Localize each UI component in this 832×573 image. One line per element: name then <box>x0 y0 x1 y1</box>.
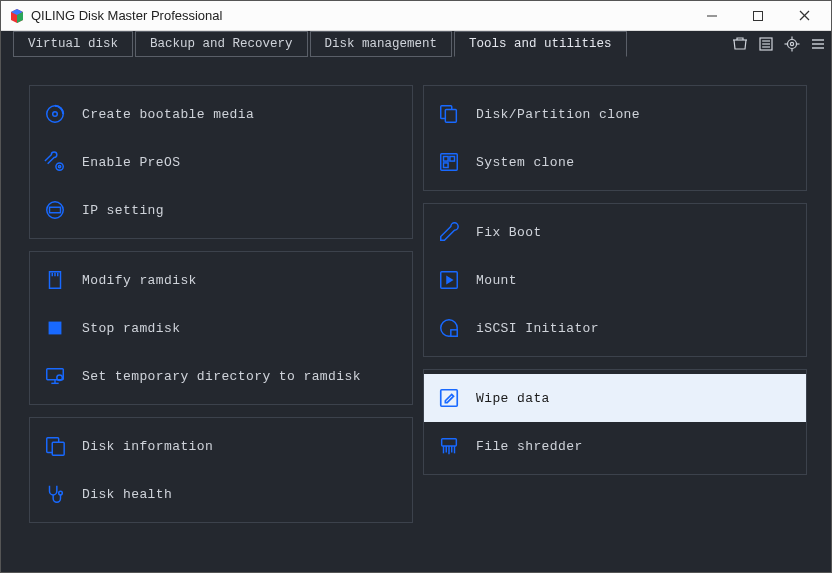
item-label: File shredder <box>476 439 583 454</box>
panel-boot-tools: Fix Boot Mount iSCSI Initiator <box>423 203 807 357</box>
item-label: Create bootable media <box>82 107 254 122</box>
item-label: Set temporary directory to ramdisk <box>82 369 361 384</box>
svg-point-12 <box>790 42 793 45</box>
svg-rect-29 <box>49 322 62 335</box>
list-icon[interactable] <box>753 31 779 57</box>
svg-rect-25 <box>50 207 61 213</box>
target-icon <box>436 315 462 341</box>
edit-icon <box>436 385 462 411</box>
panel-clone: Disk/Partition clone System clone <box>423 85 807 191</box>
tab-virtual-disk[interactable]: Virtual disk <box>13 31 133 57</box>
svg-rect-4 <box>754 11 763 20</box>
app-window: QILING Disk Master Professional Virtual … <box>0 0 832 573</box>
wrench-icon <box>436 219 462 245</box>
tabstrip: Virtual disk Backup and Recovery Disk ma… <box>1 31 831 57</box>
item-label: Fix Boot <box>476 225 542 240</box>
svg-rect-35 <box>52 442 64 455</box>
svg-point-21 <box>53 112 58 117</box>
panel-ramdisk: Modify ramdisk Stop ramdisk Set temporar… <box>29 251 413 405</box>
svg-point-36 <box>59 491 63 495</box>
stop-icon <box>42 315 68 341</box>
play-icon <box>436 267 462 293</box>
item-iscsi-initiator[interactable]: iSCSI Initiator <box>424 304 806 352</box>
item-label: Disk information <box>82 439 213 454</box>
tab-label: Disk management <box>325 37 438 51</box>
maximize-button[interactable] <box>735 1 781 31</box>
item-label: Stop ramdisk <box>82 321 180 336</box>
item-label: Disk/Partition clone <box>476 107 640 122</box>
panel-wipe: Wipe data File shredder <box>423 369 807 475</box>
svg-rect-41 <box>450 157 455 162</box>
item-label: IP setting <box>82 203 164 218</box>
close-button[interactable] <box>781 1 827 31</box>
stethoscope-icon <box>42 481 68 507</box>
tab-tools-utilities[interactable]: Tools and utilities <box>454 31 627 57</box>
item-fix-boot[interactable]: Fix Boot <box>424 208 806 256</box>
svg-rect-46 <box>451 330 457 336</box>
disk-info-icon <box>42 433 68 459</box>
svg-point-11 <box>788 40 797 49</box>
item-ip-setting[interactable]: IP setting <box>30 186 412 234</box>
item-create-bootable[interactable]: Create bootable media <box>30 90 412 138</box>
svg-rect-48 <box>442 439 457 446</box>
tab-disk-management[interactable]: Disk management <box>310 31 453 57</box>
svg-rect-40 <box>444 157 449 162</box>
app-icon <box>9 8 25 24</box>
disc-icon <box>42 101 68 127</box>
menu-icon[interactable] <box>805 31 831 57</box>
clone-icon <box>436 101 462 127</box>
monitor-gear-icon <box>42 363 68 389</box>
item-label: Enable PreOS <box>82 155 180 170</box>
gear-icon[interactable] <box>779 31 805 57</box>
tab-label: Tools and utilities <box>469 37 612 51</box>
svg-point-22 <box>56 163 63 170</box>
item-modify-ramdisk[interactable]: Modify ramdisk <box>30 256 412 304</box>
window-title: QILING Disk Master Professional <box>31 8 689 23</box>
panel-boot: Create bootable media Enable PreOS IP se… <box>29 85 413 239</box>
left-column: Create bootable media Enable PreOS IP se… <box>29 85 413 552</box>
tab-label: Virtual disk <box>28 37 118 51</box>
item-label: Modify ramdisk <box>82 273 197 288</box>
minimize-button[interactable] <box>689 1 735 31</box>
wrench-gear-icon <box>42 149 68 175</box>
svg-rect-30 <box>47 369 64 380</box>
item-temp-dir-ramdisk[interactable]: Set temporary directory to ramdisk <box>30 352 412 400</box>
sdcard-icon <box>42 267 68 293</box>
svg-rect-42 <box>444 163 449 168</box>
item-label: Disk health <box>82 487 172 502</box>
item-mount[interactable]: Mount <box>424 256 806 304</box>
svg-point-23 <box>58 165 60 167</box>
network-icon <box>42 197 68 223</box>
shredder-icon <box>436 433 462 459</box>
item-disk-health[interactable]: Disk health <box>30 470 412 518</box>
item-file-shredder[interactable]: File shredder <box>424 422 806 470</box>
titlebar: QILING Disk Master Professional <box>1 1 831 31</box>
tab-label: Backup and Recovery <box>150 37 293 51</box>
svg-marker-44 <box>446 275 453 284</box>
item-label: Wipe data <box>476 391 550 406</box>
item-label: System clone <box>476 155 574 170</box>
item-system-clone[interactable]: System clone <box>424 138 806 186</box>
store-icon[interactable] <box>727 31 753 57</box>
svg-rect-38 <box>445 109 456 122</box>
item-label: iSCSI Initiator <box>476 321 599 336</box>
panel-diskinfo: Disk information Disk health <box>29 417 413 523</box>
right-column: Disk/Partition clone System clone Fix Bo… <box>423 85 807 552</box>
item-enable-preos[interactable]: Enable PreOS <box>30 138 412 186</box>
content-area: Create bootable media Enable PreOS IP se… <box>1 57 831 572</box>
system-clone-icon <box>436 149 462 175</box>
item-stop-ramdisk[interactable]: Stop ramdisk <box>30 304 412 352</box>
item-disk-information[interactable]: Disk information <box>30 422 412 470</box>
item-disk-partition-clone[interactable]: Disk/Partition clone <box>424 90 806 138</box>
item-label: Mount <box>476 273 517 288</box>
item-wipe-data[interactable]: Wipe data <box>424 374 806 422</box>
tab-backup-recovery[interactable]: Backup and Recovery <box>135 31 308 57</box>
